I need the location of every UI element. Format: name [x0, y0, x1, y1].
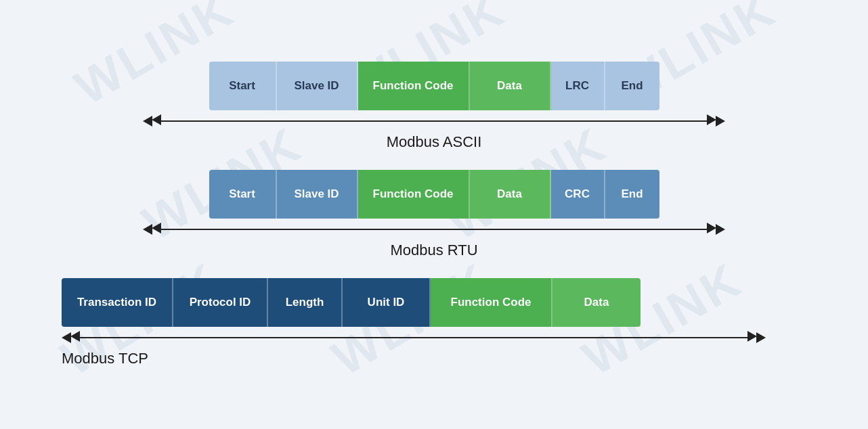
tcp-unitid-cell: Unit ID — [343, 278, 431, 327]
tcp-functioncode-cell: Function Code — [431, 278, 552, 327]
ascii-section: Start Slave ID Function Code Data LRC En… — [62, 62, 806, 151]
rtu-crc-cell: CRC — [551, 170, 605, 219]
ascii-arrow — [143, 114, 725, 128]
tcp-protocolid-cell: Protocol ID — [173, 278, 268, 327]
rtu-frame: Start Slave ID Function Code Data CRC En… — [209, 170, 659, 219]
tcp-frame: Transaction ID Protocol ID Length Unit I… — [62, 278, 641, 327]
ascii-label: Modbus ASCII — [387, 133, 482, 151]
rtu-arrow — [143, 223, 725, 236]
tcp-arrow — [62, 331, 766, 344]
tcp-section: Transaction ID Protocol ID Length Unit I… — [62, 278, 806, 367]
tcp-data-cell: Data — [552, 278, 641, 327]
rtu-slaveid-cell: Slave ID — [277, 170, 358, 219]
tcp-arrow-row — [62, 331, 766, 344]
ascii-lrc-cell: LRC — [551, 62, 605, 110]
ascii-functioncode-cell: Function Code — [358, 62, 470, 110]
tcp-label: Modbus TCP — [62, 350, 148, 367]
rtu-section: Start Slave ID Function Code Data CRC En… — [62, 170, 806, 259]
rtu-functioncode-cell: Function Code — [358, 170, 470, 219]
ascii-frame: Start Slave ID Function Code Data LRC En… — [209, 62, 659, 110]
rtu-data-cell: Data — [470, 170, 551, 219]
ascii-data-cell: Data — [470, 62, 551, 110]
ascii-end-cell: End — [605, 62, 659, 110]
rtu-start-cell: Start — [209, 170, 277, 219]
ascii-arrow-row — [143, 114, 725, 128]
rtu-label: Modbus RTU — [390, 242, 477, 259]
rtu-end-cell: End — [605, 170, 659, 219]
rtu-arrow-row — [143, 223, 725, 236]
ascii-slaveid-cell: Slave ID — [277, 62, 358, 110]
tcp-transactionid-cell: Transaction ID — [62, 278, 173, 327]
main-container: Start Slave ID Function Code Data LRC En… — [62, 48, 806, 381]
ascii-start-cell: Start — [209, 62, 277, 110]
tcp-length-cell: Length — [268, 278, 343, 327]
